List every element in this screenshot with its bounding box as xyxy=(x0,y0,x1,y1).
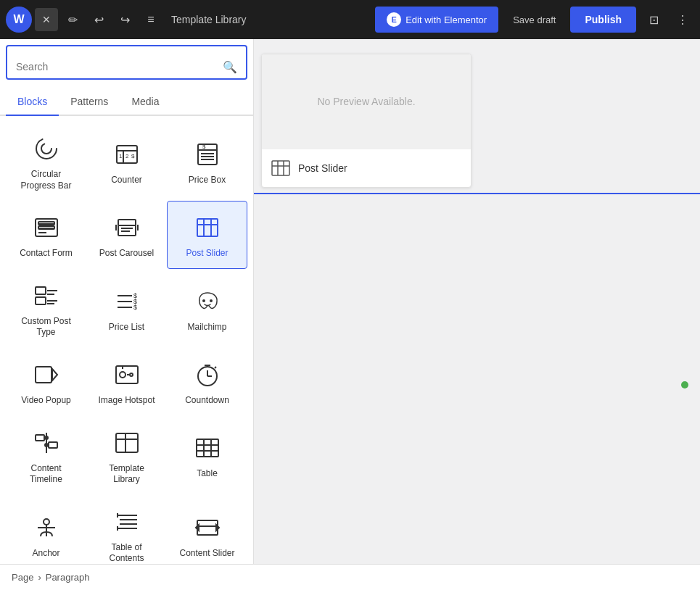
template-library-label: TemplateLibrary xyxy=(109,463,144,486)
svg-point-47 xyxy=(120,372,125,378)
tab-patterns[interactable]: Patterns xyxy=(59,88,120,116)
topbar-actions: E Edit with Elementor Save draft Publish… xyxy=(375,7,694,33)
post-carousel-label: Post Carousel xyxy=(99,248,154,259)
svg-rect-44 xyxy=(36,367,52,383)
block-mailchimp[interactable]: Mailchimp xyxy=(167,269,247,348)
svg-rect-77 xyxy=(197,520,218,535)
block-table[interactable]: Table xyxy=(167,416,247,495)
preview-image: No Preview Available. xyxy=(262,54,471,149)
more-options-button[interactable]: ⋮ xyxy=(671,8,694,31)
svg-rect-75 xyxy=(117,513,118,518)
edit-icon-button[interactable]: ✏ xyxy=(61,8,84,31)
block-price-list[interactable]: $ $ $ Price List xyxy=(86,269,167,348)
custom-post-type-label: Custom PostType xyxy=(21,316,71,338)
circular-progress-bar-label: CircularProgress Bar xyxy=(20,169,71,191)
tab-media[interactable]: Media xyxy=(120,88,170,116)
block-price-box[interactable]: $ Price Box xyxy=(167,122,247,201)
svg-point-1 xyxy=(41,144,52,154)
anchor-icon xyxy=(32,513,61,542)
svg-text:2: 2 xyxy=(125,153,129,159)
block-counter[interactable]: 1 2 $ Counter xyxy=(86,122,167,201)
elementor-badge: E xyxy=(387,12,401,27)
mailchimp-icon xyxy=(193,287,222,316)
svg-point-0 xyxy=(36,138,57,159)
block-row-6: Anchor Table ofContents xyxy=(6,495,247,574)
content-area: No Preview Available. Post Slider xyxy=(254,39,700,590)
wp-logo[interactable]: W xyxy=(6,7,32,33)
content-slider-label: Content Slider xyxy=(179,548,234,560)
svg-rect-30 xyxy=(36,287,46,294)
block-post-slider[interactable]: Post Slider xyxy=(167,201,247,269)
countdown-icon xyxy=(193,360,222,389)
counter-icon: 1 2 $ xyxy=(112,140,141,169)
svg-rect-60 xyxy=(116,433,138,452)
redo-button[interactable]: ↪ xyxy=(113,8,136,31)
list-icon-button[interactable]: ≡ xyxy=(139,8,162,31)
block-table-of-contents[interactable]: Table ofContents xyxy=(86,495,167,574)
svg-point-42 xyxy=(202,299,205,302)
custom-post-type-icon xyxy=(32,281,61,310)
svg-rect-81 xyxy=(272,161,289,175)
svg-rect-26 xyxy=(197,219,218,236)
template-library-icon xyxy=(112,428,141,457)
breadcrumb-page[interactable]: Page xyxy=(12,572,33,583)
close-button[interactable]: ✕ xyxy=(35,8,58,31)
post-slider-icon xyxy=(193,213,222,242)
tab-blocks[interactable]: Blocks xyxy=(6,88,59,116)
svg-rect-56 xyxy=(36,435,44,441)
anchor-label: Anchor xyxy=(32,548,59,560)
block-content-timeline[interactable]: ContentTimeline xyxy=(6,416,86,495)
breadcrumb-current: Paragraph xyxy=(46,572,90,583)
topbar: W ✕ ✏ ↩ ↪ ≡ Template Library E Edit with… xyxy=(0,0,700,39)
svg-marker-45 xyxy=(52,369,57,381)
main-layout: 🔍 Blocks Patterns Media CircularPro xyxy=(0,39,700,590)
contact-form-label: Contact Form xyxy=(20,248,73,259)
save-draft-button[interactable]: Save draft xyxy=(504,7,564,33)
block-contact-form[interactable]: Contact Form xyxy=(6,201,86,269)
countdown-label: Countdown xyxy=(185,395,229,407)
svg-rect-31 xyxy=(36,297,46,304)
block-image-hotspot[interactable]: Image Hotspot xyxy=(86,348,167,416)
image-hotspot-icon xyxy=(112,360,141,389)
svg-text:1: 1 xyxy=(119,153,123,159)
preview-footer: Post Slider xyxy=(262,149,471,187)
svg-point-50 xyxy=(130,373,133,376)
price-box-icon: $ xyxy=(193,140,222,169)
breadcrumb-separator: › xyxy=(38,572,41,583)
table-icon xyxy=(193,433,222,462)
table-of-contents-icon xyxy=(112,507,141,536)
svg-text:$: $ xyxy=(202,144,206,150)
mailchimp-label: Mailchimp xyxy=(187,322,226,333)
content-slider-icon xyxy=(193,513,222,542)
edit-with-elementor-button[interactable]: E Edit with Elementor xyxy=(375,7,498,33)
svg-point-59 xyxy=(45,444,48,446)
svg-point-58 xyxy=(45,436,48,439)
breadcrumb: Page › Paragraph xyxy=(0,564,700,590)
block-template-library[interactable]: TemplateLibrary xyxy=(86,416,167,495)
preview-card: No Preview Available. Post Slider xyxy=(261,54,472,188)
view-toggle-button[interactable]: ⊡ xyxy=(642,8,665,31)
block-anchor[interactable]: Anchor xyxy=(6,495,86,574)
block-countdown[interactable]: Countdown xyxy=(167,348,247,416)
svg-rect-63 xyxy=(197,439,218,457)
search-input[interactable] xyxy=(16,55,218,78)
green-dot xyxy=(681,381,688,389)
publish-button[interactable]: Publish xyxy=(570,7,636,33)
block-circular-progress-bar[interactable]: CircularProgress Bar xyxy=(6,122,86,201)
search-container[interactable]: 🔍 xyxy=(6,45,247,80)
search-icon: 🔍 xyxy=(223,60,237,74)
block-video-popup[interactable]: Video Popup xyxy=(6,348,86,416)
preview-footer-title: Post Slider xyxy=(298,162,347,174)
block-content-slider[interactable]: Content Slider xyxy=(167,495,247,574)
block-row-3: Custom PostType $ $ $ Price xyxy=(6,269,247,348)
content-timeline-icon xyxy=(32,428,61,457)
block-custom-post-type[interactable]: Custom PostType xyxy=(6,269,86,348)
block-row-4: Video Popup Image Hotspot xyxy=(6,348,247,416)
circular-progress-bar-icon xyxy=(32,134,61,163)
post-slider-label: Post Slider xyxy=(186,248,228,259)
block-row-5: ContentTimeline TemplateLibrary xyxy=(6,416,247,495)
counter-label: Counter xyxy=(111,175,142,186)
no-preview-text: No Preview Available. xyxy=(317,96,415,107)
block-post-carousel[interactable]: Post Carousel xyxy=(86,201,167,269)
undo-button[interactable]: ↩ xyxy=(87,8,110,31)
